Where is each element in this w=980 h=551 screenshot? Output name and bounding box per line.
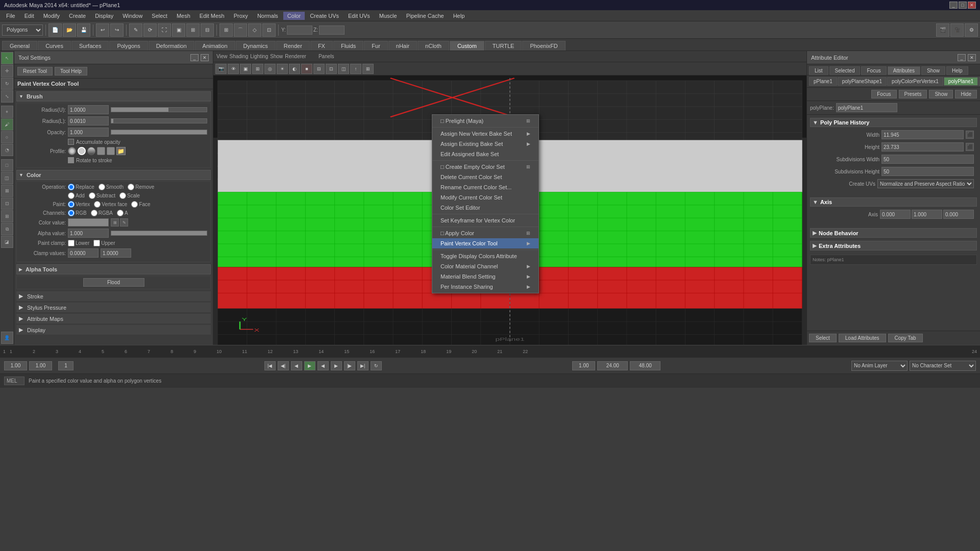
vp-heads-btn[interactable]: ⊡ [326, 64, 337, 74]
brush-section-header[interactable]: ▼ Brush [16, 91, 211, 102]
tab-nhair[interactable]: nHair [388, 41, 417, 51]
transform-input[interactable] [836, 103, 897, 112]
custom-btn-3[interactable]: ⊠ [1, 185, 13, 197]
toolbar-btn-11[interactable]: ⊟ [201, 23, 214, 37]
menu-edit[interactable]: Edit [20, 12, 38, 20]
subtract-label[interactable]: Subtract [89, 192, 115, 199]
node-tab-polycolor[interactable]: polyColorPerVertex1 [887, 77, 943, 86]
height-input[interactable] [881, 142, 964, 152]
toolbar-btn-8[interactable]: ⛶ [158, 23, 171, 37]
panel-minimize[interactable]: _ [190, 54, 199, 61]
paint-tool-btn[interactable]: 🖌 [1, 118, 13, 131]
clamp-upper-input[interactable] [101, 248, 131, 258]
vp-res-btn[interactable]: ⊞ [362, 64, 374, 74]
radius-l-input[interactable] [68, 116, 109, 126]
viewport-view[interactable]: View [216, 54, 228, 59]
display-header[interactable]: ▶ Display [17, 325, 210, 334]
focus-btn[interactable]: Focus [871, 90, 896, 98]
presets-btn[interactable]: Presets [899, 90, 927, 98]
axis-header[interactable]: ▼ Axis [810, 197, 977, 207]
profile-4[interactable] [97, 147, 105, 155]
subdiv-h-input[interactable] [881, 167, 974, 176]
current-frame-input[interactable] [29, 361, 52, 370]
stroke-header[interactable]: ▶ Stroke [17, 292, 210, 300]
toolbar-btn-4[interactable]: ↩ [96, 23, 109, 37]
color-swatch[interactable] [68, 218, 109, 227]
color-dropdown-menu[interactable]: □ Prelight (Maya) ⊞ Assign New Vertex Ba… [432, 114, 539, 293]
menu-muscle[interactable]: Muscle [375, 12, 401, 20]
toolbar-btn-3[interactable]: 💾 [77, 23, 90, 37]
start-time-input[interactable] [4, 361, 27, 370]
tab-fx[interactable]: FX [310, 41, 333, 51]
prev-key-btn[interactable]: ◀| [278, 361, 289, 370]
tab-fluids[interactable]: Fluids [333, 41, 363, 51]
menu-delete-current[interactable]: Delete Current Color Set [432, 172, 538, 182]
toolbar-btn-2[interactable]: 📂 [63, 23, 76, 37]
menu-help[interactable]: Help [449, 12, 469, 20]
clamp-lower-input[interactable] [68, 248, 99, 258]
custom-btn-5[interactable]: ⊞ [1, 210, 13, 222]
menu-modify-current[interactable]: Modify Current Color Set [432, 192, 538, 203]
vertex-radio[interactable] [68, 201, 75, 208]
axis-z-input[interactable] [943, 210, 974, 219]
toolbar-render-3[interactable]: ⚙ [965, 23, 978, 37]
menu-apply-color[interactable]: □ Apply Color ⊞ [432, 228, 538, 238]
minimize-button[interactable]: _ [949, 2, 958, 9]
viewport-canvas[interactable]: X Y pPlane1 □ Prelight (Maya) ⊞ [213, 76, 806, 345]
attr-tab-list[interactable]: List [809, 66, 828, 75]
profile-1[interactable] [68, 147, 76, 155]
toolbar-btn-7[interactable]: ⟳ [143, 23, 157, 37]
stylus-header[interactable]: ▶ Stylus Pressure [17, 303, 210, 312]
replace-label[interactable]: Replace [68, 184, 94, 190]
alpha-tools-header[interactable]: ▶ Alpha Tools [16, 264, 211, 274]
tab-phoenixfd[interactable]: PhoenixFD [522, 41, 565, 51]
panel-close[interactable]: ✕ [201, 54, 209, 61]
menu-file[interactable]: File [2, 12, 19, 20]
toolbar-snap-grid[interactable]: ⊞ [219, 23, 233, 37]
toolbar-btn-6[interactable]: ✎ [129, 23, 142, 37]
attr-tab-attributes[interactable]: Attributes [888, 66, 920, 75]
menu-display[interactable]: Display [91, 12, 117, 20]
toolbar-btn-5[interactable]: ↪ [110, 23, 124, 37]
scale-radio[interactable] [119, 192, 126, 199]
menu-set-keyframe[interactable]: Set Keyframe for Vertex Color [432, 215, 538, 226]
viewport-show[interactable]: Show [270, 54, 283, 59]
height-anim-btn[interactable]: ⬛ [966, 143, 974, 151]
menu-per-instance[interactable]: Per Instance Sharing ▶ [432, 282, 538, 292]
custom-btn-1[interactable]: □ [1, 159, 13, 171]
move-tool-btn[interactable]: ✛ [1, 65, 13, 77]
skip-end-btn[interactable]: ▶| [357, 361, 369, 370]
viewport-panels[interactable]: Panels [318, 54, 334, 59]
skip-start-btn[interactable]: |◀ [264, 361, 276, 370]
vp-light-btn[interactable]: ☀ [277, 64, 288, 74]
next-key-btn[interactable]: |▶ [344, 361, 355, 370]
upper-label[interactable]: Upper [93, 240, 115, 246]
menu-edit-mesh[interactable]: Edit Mesh [195, 12, 229, 20]
extra-attrs-header[interactable]: ▶ Extra Attributes [810, 241, 977, 251]
toolbar-snap-surface[interactable]: ⊡ [262, 23, 276, 37]
menu-create-empty[interactable]: □ Create Empty Color Set ⊞ [432, 162, 538, 172]
vp-display-btn[interactable]: 👁 [228, 64, 239, 74]
lower-checkbox[interactable] [68, 240, 75, 246]
alpha-slider[interactable] [111, 231, 207, 236]
menu-window[interactable]: Window [118, 12, 146, 20]
menu-edit-uvs[interactable]: Edit UVs [344, 12, 374, 20]
lower-label[interactable]: Lower [68, 240, 89, 246]
profile-2[interactable] [78, 147, 86, 155]
bottom-icon-1[interactable]: 👤 [1, 332, 13, 344]
viewport-shading[interactable]: Shading [230, 54, 249, 59]
attr-panel-minimize[interactable]: _ [958, 54, 966, 61]
rotate-tool-btn[interactable]: ↻ [1, 78, 13, 90]
vertex-face-label[interactable]: Vertex face [94, 201, 127, 208]
toolbar-btn-9[interactable]: ▣ [172, 23, 185, 37]
toolbar-snap-point[interactable]: ◇ [248, 23, 261, 37]
vp-wire-btn[interactable]: ⊞ [252, 64, 263, 74]
tab-dynamics[interactable]: Dynamics [236, 41, 276, 51]
remove-label[interactable]: Remove [128, 184, 154, 190]
a-radio[interactable] [117, 210, 124, 216]
radius-u-input[interactable] [68, 105, 109, 114]
vp-isolate-btn[interactable]: ◎ [264, 64, 276, 74]
rgba-label[interactable]: RGBA [91, 210, 113, 216]
prev-frame-btn[interactable]: ◀ [291, 361, 302, 370]
replace-radio[interactable] [68, 184, 75, 190]
